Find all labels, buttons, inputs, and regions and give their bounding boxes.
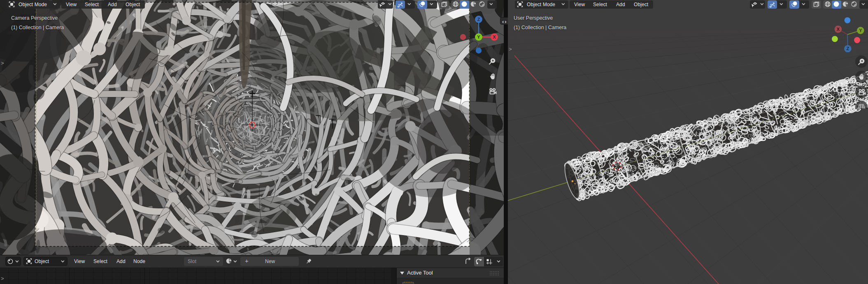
- svg-text:Y: Y: [477, 35, 480, 39]
- svg-text:X: X: [493, 35, 496, 39]
- svg-text:Z: Z: [477, 17, 480, 22]
- svg-text:X: X: [837, 27, 840, 32]
- svg-text:Y: Y: [859, 28, 862, 33]
- svg-text:Z: Z: [846, 46, 849, 51]
